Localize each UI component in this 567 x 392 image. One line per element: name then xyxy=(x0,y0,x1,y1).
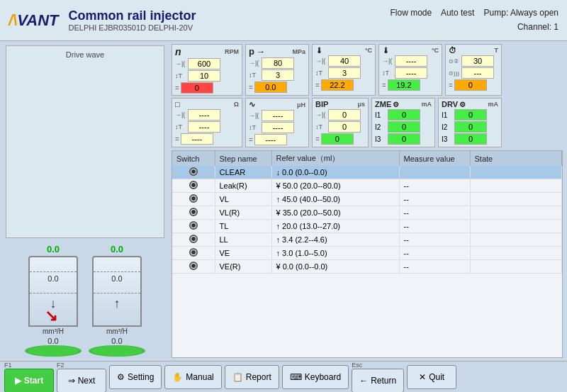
cell-refer: ↑ 3.4 (2.2--4.6) xyxy=(271,233,399,247)
drv-i3[interactable] xyxy=(454,133,487,145)
drv-i1[interactable] xyxy=(454,109,487,121)
table-row[interactable]: CLEAR↓ 0.0 (0.0--0.0) xyxy=(172,166,562,179)
temp1-input1[interactable] xyxy=(328,55,361,67)
cell-switch[interactable] xyxy=(172,179,215,193)
p-input1[interactable] xyxy=(262,57,294,69)
radio-switch[interactable] xyxy=(189,208,198,216)
timer-result[interactable] xyxy=(454,79,487,91)
temp2-unit: °C xyxy=(432,47,439,54)
radio-switch[interactable] xyxy=(189,248,198,257)
drv-block: DRV ⚙ mA I1 I2 I3 xyxy=(438,98,502,147)
cylinder-1-bottom: 0.0 xyxy=(47,337,58,345)
table-row[interactable]: Leak(R)¥ 50.0 (20.0--80.0)-- xyxy=(172,179,562,193)
r-label: □ xyxy=(175,100,180,108)
radio-switch[interactable] xyxy=(189,194,198,203)
temp2-input2[interactable] xyxy=(395,67,427,79)
r-input2[interactable] xyxy=(188,121,220,133)
radio-switch[interactable] xyxy=(189,167,198,176)
header: /\VANT Common rail injector DELPHI EJBR0… xyxy=(0,0,567,41)
setting-button[interactable]: ⚙ Setting xyxy=(109,365,162,389)
cell-step: VL xyxy=(215,193,271,206)
cell-switch[interactable] xyxy=(172,247,215,260)
cell-switch[interactable] xyxy=(172,206,215,220)
temp2-input1[interactable] xyxy=(395,55,427,67)
drv-i2[interactable] xyxy=(454,121,487,133)
cylinder-2-bottom: 0.0 xyxy=(111,337,122,345)
radio-switch[interactable] xyxy=(189,262,198,270)
l-block: ∿ μH →|( ↕T = xyxy=(245,98,309,147)
drv-unit: mA xyxy=(488,101,498,108)
zme-i2[interactable] xyxy=(388,121,420,133)
cell-switch[interactable] xyxy=(172,220,215,233)
bip-result[interactable] xyxy=(321,133,354,145)
f1-start-wrap: F1 ▶ Start xyxy=(4,362,54,393)
cell-state xyxy=(470,166,562,179)
start-button[interactable]: ▶ Start xyxy=(4,369,54,393)
col-step: Step name xyxy=(215,151,271,166)
table-row[interactable]: VL(R)¥ 35.0 (20.0--50.0)-- xyxy=(172,206,562,220)
p-input2[interactable] xyxy=(262,69,294,81)
steps-table-element: Switch Step name Refer value（ml） Measure… xyxy=(172,151,562,274)
cell-measure: -- xyxy=(399,260,470,274)
temp2-result[interactable] xyxy=(388,79,420,91)
temp1-input2[interactable] xyxy=(328,67,361,79)
p-block: p → MPa →|( ↕T = xyxy=(245,44,309,96)
cell-refer: ¥ 0.0 (0.0--0.0) xyxy=(271,260,399,274)
report-button[interactable]: 📋 Report xyxy=(225,365,279,389)
r-input1[interactable] xyxy=(188,109,220,121)
table-row[interactable]: VL↑ 45.0 (40.0--50.0)-- xyxy=(172,193,562,206)
bip-input2[interactable] xyxy=(328,121,361,133)
quit-button[interactable]: ✕ Quit xyxy=(407,365,456,389)
manual-icon: ✋ xyxy=(172,372,183,382)
cell-switch[interactable] xyxy=(172,166,215,179)
main-area: Drive wave 0.0 0.0 ↓ mm³/H 0.0 0.0 xyxy=(0,41,567,361)
table-row[interactable]: TL↑ 20.0 (13.0--27.0)-- xyxy=(172,220,562,233)
table-row[interactable]: LL↑ 3.4 (2.2--4.6)-- xyxy=(172,233,562,247)
zme-i1[interactable] xyxy=(388,109,420,121)
report-label: Report xyxy=(246,372,271,382)
table-row[interactable]: VE(R)¥ 0.0 (0.0--0.0)-- xyxy=(172,260,562,274)
timer-input2[interactable] xyxy=(461,67,494,79)
temp1-result[interactable] xyxy=(321,79,354,91)
l-result[interactable] xyxy=(254,134,287,145)
n-result[interactable] xyxy=(181,82,213,94)
return-button[interactable]: ← Return xyxy=(352,369,404,393)
n-input1[interactable] xyxy=(188,58,220,69)
radio-switch[interactable] xyxy=(189,221,198,230)
cylinder-2-mid: 0.0 xyxy=(111,274,122,283)
cylinder-1-unit: mm³/H xyxy=(43,327,64,335)
n-input2[interactable] xyxy=(188,70,220,82)
toolbar: F1 ▶ Start F2 ⇒ Next ⚙ Setting ✋ Manual … xyxy=(0,361,567,392)
bip-input1[interactable] xyxy=(328,109,361,121)
table-row[interactable]: VE↑ 3.0 (1.0--5.0)-- xyxy=(172,247,562,260)
next-button[interactable]: ⇒ Next xyxy=(57,369,106,393)
n-block: n RPM →|( ↕T = xyxy=(172,44,242,96)
cell-state xyxy=(470,193,562,206)
r-result[interactable] xyxy=(181,133,213,145)
cell-switch[interactable] xyxy=(172,193,215,206)
manual-button[interactable]: ✋ Manual xyxy=(164,365,221,389)
radio-switch[interactable] xyxy=(189,181,198,189)
cell-switch[interactable] xyxy=(172,233,215,247)
col-state: State xyxy=(470,151,562,166)
play-icon: ▶ xyxy=(15,376,21,386)
p-result[interactable] xyxy=(254,82,287,93)
col-measure: Measure value xyxy=(399,151,470,166)
l-input2[interactable] xyxy=(262,122,294,133)
l-input1[interactable] xyxy=(262,110,294,121)
cell-switch[interactable] xyxy=(172,260,215,274)
temp1-block: 🌡 °C →|( ↕T = xyxy=(312,44,376,96)
header-title: Common rail injector DELPHI EJBR03501D D… xyxy=(69,9,391,32)
p-arrow1: →|( xyxy=(249,60,260,67)
cell-step: LL xyxy=(215,233,271,247)
keyboard-button[interactable]: ⌨ Keyboard xyxy=(282,365,349,389)
red-arrow-indicator: ↘ xyxy=(45,307,57,325)
radio-switch[interactable] xyxy=(189,235,198,243)
main-title: Common rail injector xyxy=(69,9,391,23)
return-icon: ← xyxy=(359,376,368,386)
timer-input1[interactable] xyxy=(461,55,494,67)
temp1-icon: 🌡 xyxy=(315,46,323,55)
cylinder-2-unit: mm³/H xyxy=(106,327,128,335)
l-label: ∿ xyxy=(249,100,255,109)
zme-i3[interactable] xyxy=(388,133,420,145)
